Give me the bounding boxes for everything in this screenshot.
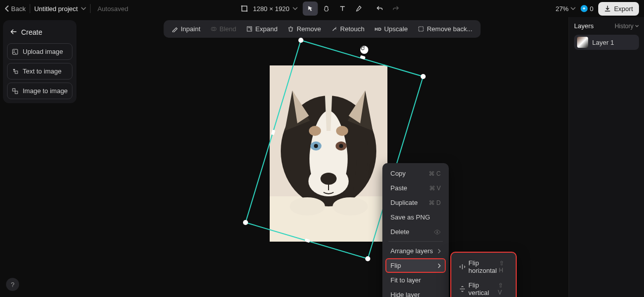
svg-rect-9 [15, 71, 18, 73]
svg-rect-10 [13, 89, 15, 91]
left-sidebar: Create Upload image Text to image Image … [3, 20, 76, 103]
menu-flip[interactable]: Flip [385, 258, 446, 273]
menu-save-png[interactable]: Save as PNG [385, 210, 446, 225]
create-button[interactable]: Create [7, 24, 72, 40]
svg-point-26 [298, 38, 303, 43]
flip-h-label: Flip horizontal [468, 259, 499, 274]
flip-v-label: Flip vertical [468, 281, 498, 296]
layers-panel: Layers History Layer 1 [569, 17, 644, 297]
text-to-image-icon [12, 68, 19, 75]
menu-flip-vertical[interactable]: Flip vertical ⇧ V [454, 278, 513, 297]
visibility-icon [434, 230, 441, 235]
svg-rect-30 [360, 55, 365, 60]
top-bar: Back Untitled project Autosaved 1280 × 1… [0, 0, 644, 17]
menu-hide-label: Hide layer [390, 291, 420, 297]
menu-flip-horizontal[interactable]: Flip horizontal ⇧ H [454, 256, 513, 278]
chevron-left-icon [5, 6, 9, 12]
canvas-size-text: 1280 × 1920 [253, 5, 290, 13]
canvas-size-dropdown[interactable]: 1280 × 1920 [253, 5, 298, 13]
upload-label: Upload image [23, 48, 63, 55]
upload-image-button[interactable]: Upload image [7, 43, 72, 60]
topbar-center: 1280 × 1920 [241, 2, 404, 16]
svg-point-8 [14, 50, 15, 51]
project-title-dropdown[interactable]: Untitled project [34, 5, 86, 13]
export-button[interactable]: Export [598, 2, 639, 16]
svg-point-28 [365, 256, 370, 261]
svg-rect-11 [15, 91, 18, 94]
svg-point-16 [336, 126, 348, 136]
hand-tool[interactable] [318, 2, 334, 16]
flip-h-shortcut: ⇧ H [499, 260, 508, 274]
image-to-image-icon [12, 88, 19, 95]
menu-separator [388, 241, 443, 242]
help-button[interactable]: ? [6, 278, 19, 291]
menu-arrange-layers[interactable]: Arrange layers [385, 244, 446, 258]
text-tool[interactable] [335, 2, 350, 16]
chevron-down-icon [292, 7, 297, 10]
download-icon [604, 6, 611, 12]
menu-fit-label: Fit to layer [390, 276, 421, 284]
chevron-right-icon [438, 249, 441, 254]
flip-v-shortcut: ⇧ V [498, 282, 508, 296]
frame-icon[interactable] [241, 5, 248, 12]
canvas-image[interactable] [270, 65, 387, 242]
topbar-left: Back Untitled project Autosaved [5, 4, 128, 13]
redo-button[interactable] [388, 2, 403, 16]
menu-paste[interactable]: Paste ⌘ V [385, 181, 446, 195]
history-dropdown[interactable]: History [615, 23, 639, 30]
svg-point-20 [339, 144, 343, 148]
svg-point-15 [309, 126, 321, 136]
menu-fit-to-layer[interactable]: Fit to layer [385, 273, 446, 287]
svg-rect-0 [242, 6, 247, 11]
layer-name: Layer 1 [592, 39, 614, 46]
flip-submenu: Flip horizontal ⇧ H Flip vertical ⇧ V [450, 252, 517, 297]
chevron-right-icon [438, 263, 441, 268]
export-label: Export [614, 5, 633, 13]
project-title-text: Untitled project [34, 5, 78, 13]
layer-row[interactable]: Layer 1 [574, 35, 639, 50]
image-to-image-button[interactable]: Image to image [7, 83, 72, 99]
menu-save-png-label: Save as PNG [390, 213, 430, 221]
credits-value: 0 [590, 5, 593, 13]
back-button[interactable]: Back [5, 5, 26, 13]
autosaved-label: Autosaved [98, 5, 128, 13]
zoom-dropdown[interactable]: 27% [555, 5, 576, 13]
chevron-down-icon [635, 25, 639, 27]
undo-button[interactable] [372, 2, 387, 16]
eyedropper-tool[interactable] [351, 2, 366, 16]
menu-paste-shortcut: ⌘ V [429, 185, 441, 192]
rotate-handle[interactable] [360, 46, 368, 54]
pointer-tool[interactable] [302, 2, 317, 16]
menu-duplicate[interactable]: Duplicate ⌘ D [385, 195, 446, 210]
svg-point-24 [333, 197, 368, 215]
svg-point-18 [314, 144, 318, 148]
topbar-right: 27% ✦ 0 Export [555, 2, 639, 16]
svg-point-2 [246, 11, 248, 12]
zoom-text: 27% [555, 5, 569, 13]
svg-point-29 [243, 220, 248, 225]
help-icon: ? [11, 281, 14, 288]
svg-point-27 [421, 74, 426, 79]
upload-icon [12, 48, 19, 55]
context-menu: Copy ⌘ C Paste ⌘ V Duplicate ⌘ D Save as… [382, 163, 449, 297]
svg-point-1 [241, 6, 243, 7]
text-to-image-button[interactable]: Text to image [7, 63, 72, 80]
history-label: History [615, 23, 633, 30]
menu-hide-layer[interactable]: Hide layer [385, 287, 446, 297]
menu-flip-label: Flip [390, 262, 401, 269]
menu-paste-label: Paste [390, 184, 407, 192]
menu-copy-shortcut: ⌘ C [429, 170, 441, 177]
credits-indicator[interactable]: ✦ 0 [581, 5, 593, 13]
svg-point-34 [437, 231, 438, 233]
tool-group [302, 2, 403, 16]
divider [30, 4, 30, 13]
menu-delete[interactable]: Delete [385, 225, 446, 239]
menu-copy-label: Copy [390, 170, 406, 177]
svg-point-23 [290, 197, 325, 215]
menu-copy[interactable]: Copy ⌘ C [385, 166, 446, 181]
back-label: Back [11, 5, 26, 13]
menu-delete-label: Delete [390, 228, 410, 236]
chevron-down-icon [571, 7, 576, 10]
layers-panel-header: Layers History [574, 22, 639, 30]
dog-image-content [270, 65, 387, 242]
